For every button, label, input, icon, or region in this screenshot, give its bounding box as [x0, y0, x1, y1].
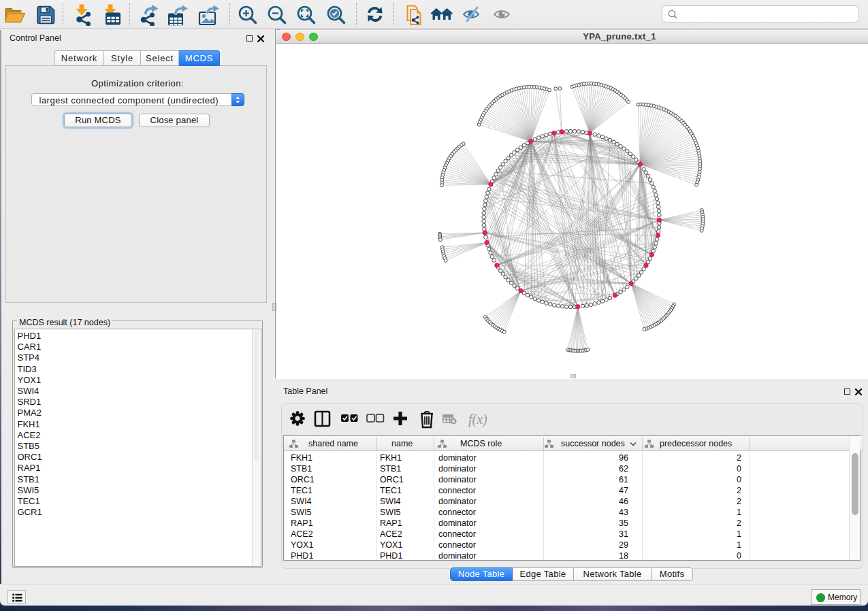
- svg-text:f(x): f(x): [468, 412, 487, 427]
